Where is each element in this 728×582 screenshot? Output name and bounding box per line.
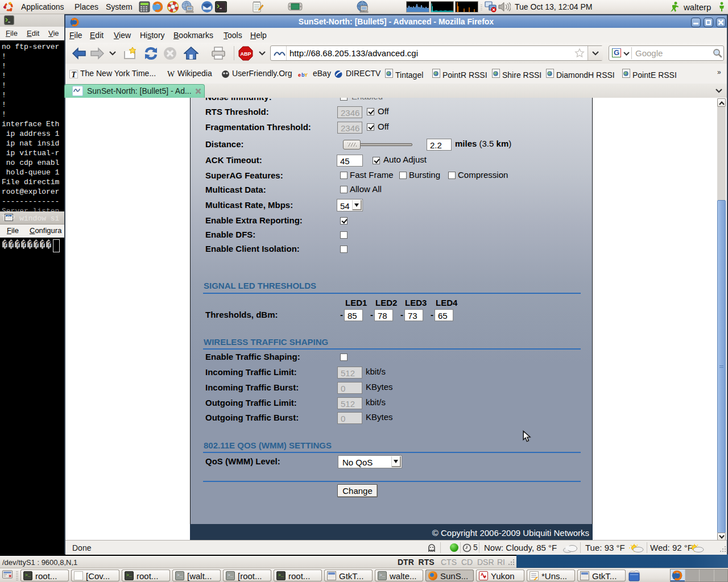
- svg-text:ABP: ABP: [240, 51, 251, 57]
- svg-text:e: e: [298, 72, 301, 78]
- svg-text:T: T: [71, 70, 77, 79]
- svg-text:W: W: [167, 70, 175, 78]
- svg-text:Y: Y: [304, 72, 308, 78]
